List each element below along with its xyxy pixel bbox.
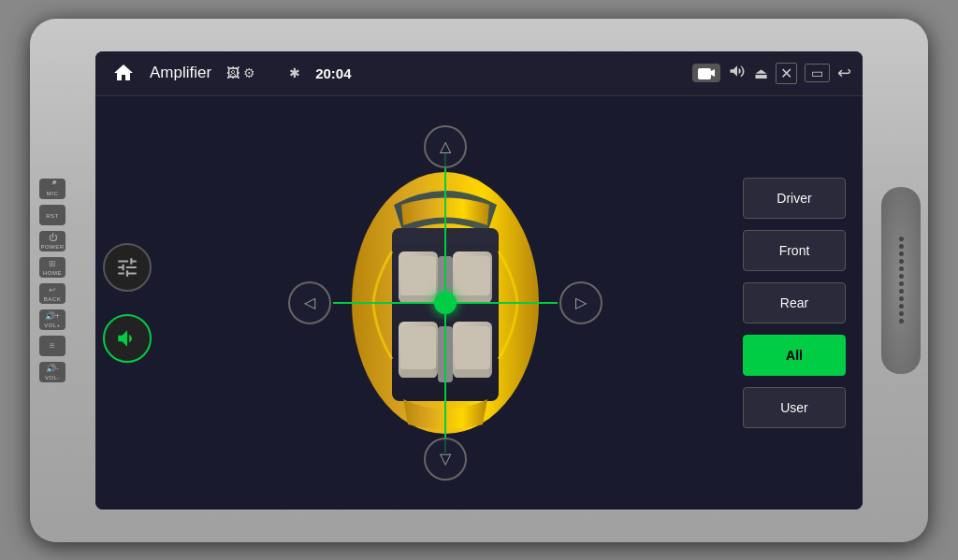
driver-button[interactable]: Driver <box>743 178 846 219</box>
svg-rect-13 <box>400 369 436 378</box>
side-buttons-panel: 🎤 MIC RST ⏻ POWER ⊞ HOME ↩ BACK 🔊+ VOL+ … <box>39 179 65 382</box>
back-button[interactable]: ↩ BACK <box>39 283 65 304</box>
status-time: 20:04 <box>315 65 351 81</box>
grille-dot <box>899 311 904 316</box>
arrow-down-icon: ▽ <box>440 450 451 467</box>
back-nav-icon[interactable]: ↩ <box>837 63 851 83</box>
user-button[interactable]: User <box>743 387 846 428</box>
mic-button[interactable]: 🎤 MIC <box>39 179 65 199</box>
vol-up-button[interactable]: 🔊+ VOL+ <box>39 309 65 330</box>
svg-marker-1 <box>711 69 715 77</box>
right-panel: Driver Front Rear All User <box>732 96 863 510</box>
rst-button[interactable]: RST <box>39 205 65 225</box>
power-label: POWER <box>40 244 64 250</box>
front-button[interactable]: Front <box>743 230 846 271</box>
camera-icon-box[interactable] <box>692 64 720 82</box>
arrow-left-icon: ◁ <box>304 294 315 311</box>
eq-icon-button[interactable] <box>103 243 152 292</box>
home-side-button[interactable]: ⊞ HOME <box>39 257 65 278</box>
grille-dot <box>899 304 904 309</box>
main-screen: Amplifier 🖼 ⚙ ✱ 20:04 <box>95 51 863 510</box>
arrow-right-button[interactable]: ▷ <box>559 281 602 324</box>
rst-label: RST <box>46 213 59 219</box>
svg-rect-0 <box>698 68 711 79</box>
arrow-left-button[interactable]: ◁ <box>288 281 331 324</box>
grille-dot <box>899 251 904 256</box>
device-outer: 🎤 MIC RST ⏻ POWER ⊞ HOME ↩ BACK 🔊+ VOL+ … <box>30 19 928 542</box>
settings-icon: ⚙ <box>243 65 255 80</box>
home-side-label: HOME <box>43 270 62 276</box>
close-icon[interactable]: ✕ <box>776 63 797 84</box>
car-view: △ ▽ ◁ ▷ <box>159 96 732 510</box>
grille-dot <box>899 281 904 286</box>
svg-rect-15 <box>455 326 490 369</box>
window-icon[interactable]: ▭ <box>805 64 830 82</box>
all-button[interactable]: All <box>743 335 846 376</box>
grille-dot <box>899 237 904 241</box>
arrow-down-button[interactable]: ▽ <box>424 438 467 481</box>
power-button[interactable]: ⏻ POWER <box>39 231 65 251</box>
grille-dot <box>899 289 904 294</box>
arrow-right-icon: ▷ <box>575 294 587 311</box>
rear-button[interactable]: Rear <box>743 282 846 323</box>
car-container: △ ▽ ◁ ▷ <box>314 135 576 471</box>
eject-icon[interactable]: ⏏ <box>754 65 768 82</box>
grille-dot <box>899 266 904 271</box>
back-label: BACK <box>44 296 61 302</box>
svg-rect-5 <box>400 256 436 295</box>
bluetooth-icon: ✱ <box>289 65 300 80</box>
status-bar: Amplifier 🖼 ⚙ ✱ 20:04 <box>95 51 863 96</box>
grille-dot <box>899 259 904 264</box>
vol-down-label: VOL- <box>45 375 60 381</box>
status-icons: 🖼 ⚙ <box>226 65 255 80</box>
arrow-up-button[interactable]: △ <box>424 125 467 168</box>
vol-down-button[interactable]: 🔊- VOL- <box>39 362 65 382</box>
image-icon: 🖼 <box>226 65 240 80</box>
menu-button[interactable]: ≡ <box>39 336 65 356</box>
arrow-up-icon: △ <box>440 137 451 155</box>
svg-rect-8 <box>455 256 490 295</box>
main-content: △ ▽ ◁ ▷ <box>95 96 863 510</box>
app-title: Amplifier <box>150 64 211 82</box>
svg-rect-12 <box>400 326 436 369</box>
speaker-icon-button[interactable] <box>103 314 152 363</box>
grille-dot <box>899 244 904 249</box>
volume-icon[interactable] <box>728 62 747 84</box>
grille-dot <box>899 319 904 323</box>
mic-label: MIC <box>47 191 59 196</box>
status-right-icons: ⏏ ✕ ▭ ↩ <box>692 62 851 84</box>
left-panel <box>95 96 159 510</box>
vol-up-label: VOL+ <box>44 323 61 328</box>
right-speaker-grille <box>881 187 921 374</box>
grille-dot <box>899 274 904 279</box>
grille-dot <box>899 296 904 301</box>
home-button[interactable] <box>107 56 140 90</box>
crosshair-center <box>434 292 457 314</box>
svg-rect-16 <box>455 369 490 378</box>
